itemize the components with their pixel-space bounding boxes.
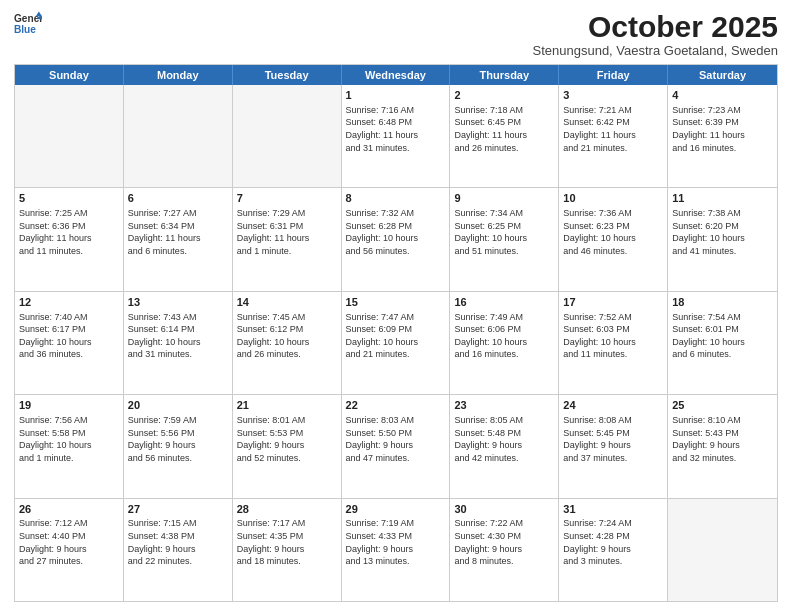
calendar-cell: 15Sunrise: 7:47 AMSunset: 6:09 PMDayligh… — [342, 292, 451, 394]
day-number: 29 — [346, 502, 446, 517]
weekday-header: Monday — [124, 65, 233, 85]
calendar-cell: 8Sunrise: 7:32 AMSunset: 6:28 PMDaylight… — [342, 188, 451, 290]
day-number: 8 — [346, 191, 446, 206]
cell-info: Sunrise: 7:43 AMSunset: 6:14 PMDaylight:… — [128, 311, 228, 361]
cell-info: Sunrise: 7:22 AMSunset: 4:30 PMDaylight:… — [454, 517, 554, 567]
calendar-cell — [668, 499, 777, 601]
cell-info: Sunrise: 7:29 AMSunset: 6:31 PMDaylight:… — [237, 207, 337, 257]
cell-info: Sunrise: 8:01 AMSunset: 5:53 PMDaylight:… — [237, 414, 337, 464]
calendar-cell: 24Sunrise: 8:08 AMSunset: 5:45 PMDayligh… — [559, 395, 668, 497]
cell-info: Sunrise: 7:54 AMSunset: 6:01 PMDaylight:… — [672, 311, 773, 361]
day-number: 22 — [346, 398, 446, 413]
cell-info: Sunrise: 7:25 AMSunset: 6:36 PMDaylight:… — [19, 207, 119, 257]
calendar-cell: 22Sunrise: 8:03 AMSunset: 5:50 PMDayligh… — [342, 395, 451, 497]
logo-icon: General Blue — [14, 10, 42, 38]
calendar-cell: 19Sunrise: 7:56 AMSunset: 5:58 PMDayligh… — [15, 395, 124, 497]
cell-info: Sunrise: 7:23 AMSunset: 6:39 PMDaylight:… — [672, 104, 773, 154]
day-number: 19 — [19, 398, 119, 413]
cell-info: Sunrise: 7:27 AMSunset: 6:34 PMDaylight:… — [128, 207, 228, 257]
cell-info: Sunrise: 7:36 AMSunset: 6:23 PMDaylight:… — [563, 207, 663, 257]
calendar-cell: 12Sunrise: 7:40 AMSunset: 6:17 PMDayligh… — [15, 292, 124, 394]
day-number: 10 — [563, 191, 663, 206]
logo: General Blue — [14, 10, 42, 38]
day-number: 15 — [346, 295, 446, 310]
svg-text:Blue: Blue — [14, 24, 36, 35]
cell-info: Sunrise: 8:10 AMSunset: 5:43 PMDaylight:… — [672, 414, 773, 464]
calendar-cell — [124, 85, 233, 187]
day-number: 14 — [237, 295, 337, 310]
cell-info: Sunrise: 8:03 AMSunset: 5:50 PMDaylight:… — [346, 414, 446, 464]
day-number: 13 — [128, 295, 228, 310]
day-number: 11 — [672, 191, 773, 206]
cell-info: Sunrise: 7:52 AMSunset: 6:03 PMDaylight:… — [563, 311, 663, 361]
weekday-header: Wednesday — [342, 65, 451, 85]
day-number: 7 — [237, 191, 337, 206]
cell-info: Sunrise: 7:15 AMSunset: 4:38 PMDaylight:… — [128, 517, 228, 567]
cell-info: Sunrise: 7:45 AMSunset: 6:12 PMDaylight:… — [237, 311, 337, 361]
calendar-row: 1Sunrise: 7:16 AMSunset: 6:48 PMDaylight… — [15, 85, 777, 188]
day-number: 3 — [563, 88, 663, 103]
cell-info: Sunrise: 7:59 AMSunset: 5:56 PMDaylight:… — [128, 414, 228, 464]
calendar-cell: 3Sunrise: 7:21 AMSunset: 6:42 PMDaylight… — [559, 85, 668, 187]
calendar-cell: 23Sunrise: 8:05 AMSunset: 5:48 PMDayligh… — [450, 395, 559, 497]
day-number: 26 — [19, 502, 119, 517]
calendar-cell: 4Sunrise: 7:23 AMSunset: 6:39 PMDaylight… — [668, 85, 777, 187]
page-header: General Blue October 2025 Stenungsund, V… — [14, 10, 778, 58]
cell-info: Sunrise: 7:24 AMSunset: 4:28 PMDaylight:… — [563, 517, 663, 567]
calendar-cell: 2Sunrise: 7:18 AMSunset: 6:45 PMDaylight… — [450, 85, 559, 187]
day-number: 27 — [128, 502, 228, 517]
day-number: 20 — [128, 398, 228, 413]
cell-info: Sunrise: 8:05 AMSunset: 5:48 PMDaylight:… — [454, 414, 554, 464]
cell-info: Sunrise: 7:40 AMSunset: 6:17 PMDaylight:… — [19, 311, 119, 361]
weekday-header: Sunday — [15, 65, 124, 85]
cell-info: Sunrise: 7:21 AMSunset: 6:42 PMDaylight:… — [563, 104, 663, 154]
calendar-page: General Blue October 2025 Stenungsund, V… — [0, 0, 792, 612]
calendar-cell: 25Sunrise: 8:10 AMSunset: 5:43 PMDayligh… — [668, 395, 777, 497]
day-number: 1 — [346, 88, 446, 103]
calendar-cell: 28Sunrise: 7:17 AMSunset: 4:35 PMDayligh… — [233, 499, 342, 601]
calendar-row: 19Sunrise: 7:56 AMSunset: 5:58 PMDayligh… — [15, 395, 777, 498]
location: Stenungsund, Vaestra Goetaland, Sweden — [533, 43, 779, 58]
weekday-header: Tuesday — [233, 65, 342, 85]
day-number: 5 — [19, 191, 119, 206]
cell-info: Sunrise: 7:49 AMSunset: 6:06 PMDaylight:… — [454, 311, 554, 361]
calendar-cell: 6Sunrise: 7:27 AMSunset: 6:34 PMDaylight… — [124, 188, 233, 290]
day-number: 28 — [237, 502, 337, 517]
cell-info: Sunrise: 7:34 AMSunset: 6:25 PMDaylight:… — [454, 207, 554, 257]
calendar-body: 1Sunrise: 7:16 AMSunset: 6:48 PMDaylight… — [15, 85, 777, 601]
day-number: 4 — [672, 88, 773, 103]
calendar-cell: 31Sunrise: 7:24 AMSunset: 4:28 PMDayligh… — [559, 499, 668, 601]
day-number: 17 — [563, 295, 663, 310]
calendar-cell: 26Sunrise: 7:12 AMSunset: 4:40 PMDayligh… — [15, 499, 124, 601]
day-number: 23 — [454, 398, 554, 413]
cell-info: Sunrise: 7:17 AMSunset: 4:35 PMDaylight:… — [237, 517, 337, 567]
calendar-cell: 11Sunrise: 7:38 AMSunset: 6:20 PMDayligh… — [668, 188, 777, 290]
weekday-header: Thursday — [450, 65, 559, 85]
day-number: 12 — [19, 295, 119, 310]
calendar-row: 26Sunrise: 7:12 AMSunset: 4:40 PMDayligh… — [15, 499, 777, 601]
cell-info: Sunrise: 7:19 AMSunset: 4:33 PMDaylight:… — [346, 517, 446, 567]
calendar-cell: 20Sunrise: 7:59 AMSunset: 5:56 PMDayligh… — [124, 395, 233, 497]
calendar-header: SundayMondayTuesdayWednesdayThursdayFrid… — [15, 65, 777, 85]
calendar-cell: 27Sunrise: 7:15 AMSunset: 4:38 PMDayligh… — [124, 499, 233, 601]
calendar-cell: 30Sunrise: 7:22 AMSunset: 4:30 PMDayligh… — [450, 499, 559, 601]
calendar-cell: 16Sunrise: 7:49 AMSunset: 6:06 PMDayligh… — [450, 292, 559, 394]
calendar-row: 12Sunrise: 7:40 AMSunset: 6:17 PMDayligh… — [15, 292, 777, 395]
weekday-header: Friday — [559, 65, 668, 85]
calendar-cell: 29Sunrise: 7:19 AMSunset: 4:33 PMDayligh… — [342, 499, 451, 601]
calendar-cell: 9Sunrise: 7:34 AMSunset: 6:25 PMDaylight… — [450, 188, 559, 290]
calendar-cell: 21Sunrise: 8:01 AMSunset: 5:53 PMDayligh… — [233, 395, 342, 497]
calendar: SundayMondayTuesdayWednesdayThursdayFrid… — [14, 64, 778, 602]
day-number: 6 — [128, 191, 228, 206]
cell-info: Sunrise: 7:38 AMSunset: 6:20 PMDaylight:… — [672, 207, 773, 257]
cell-info: Sunrise: 8:08 AMSunset: 5:45 PMDaylight:… — [563, 414, 663, 464]
cell-info: Sunrise: 7:32 AMSunset: 6:28 PMDaylight:… — [346, 207, 446, 257]
calendar-cell: 18Sunrise: 7:54 AMSunset: 6:01 PMDayligh… — [668, 292, 777, 394]
month-title: October 2025 — [533, 10, 779, 43]
cell-info: Sunrise: 7:18 AMSunset: 6:45 PMDaylight:… — [454, 104, 554, 154]
calendar-cell — [15, 85, 124, 187]
calendar-cell — [233, 85, 342, 187]
day-number: 30 — [454, 502, 554, 517]
day-number: 9 — [454, 191, 554, 206]
day-number: 31 — [563, 502, 663, 517]
